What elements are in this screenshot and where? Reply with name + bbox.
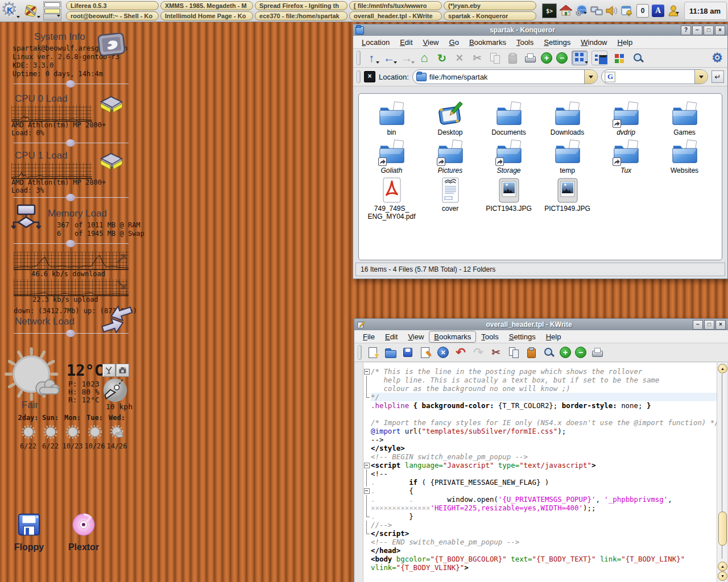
- pager-desktop-1[interactable]: [44, 2, 60, 7]
- code-line[interactable]: . }: [363, 512, 717, 521]
- code-line[interactable]: <!--: [363, 469, 717, 478]
- globe-gear-tray-icon[interactable]: [575, 5, 588, 17]
- kwrite-titlebar[interactable]: overall_header.tpl - KWrite − □ ×: [354, 319, 728, 330]
- taskbar-button[interactable]: Intellimold Home Page - Ko: [160, 11, 253, 20]
- code-line[interactable]: //-->: [363, 521, 717, 529]
- code-line[interactable]: @import url("templates/subSilver/formIE.…: [363, 427, 717, 435]
- menu-bookmarks[interactable]: Bookmarks: [464, 36, 511, 48]
- code-line[interactable]: </style>: [363, 444, 717, 452]
- home-button[interactable]: [417, 51, 431, 65]
- tiles-view-button[interactable]: [611, 51, 627, 65]
- copy-button[interactable]: [488, 51, 502, 65]
- calendar-alarm-tray-icon[interactable]: [621, 5, 634, 17]
- file-item[interactable]: 749_749S_ ENG_MY04.pdf: [362, 174, 421, 221]
- close-window-button[interactable]: ×: [715, 26, 725, 35]
- scroll-up-icon[interactable]: ▲: [718, 562, 727, 571]
- keyboard-layout-tray-icon[interactable]: A: [652, 5, 664, 17]
- go-button[interactable]: ↵: [712, 70, 724, 83]
- code-line[interactable]: [363, 410, 717, 418]
- minimize-window-button[interactable]: −: [693, 320, 703, 330]
- back-button[interactable]: [382, 51, 396, 65]
- menu-go[interactable]: Go: [444, 36, 464, 48]
- reload-button[interactable]: [435, 51, 449, 65]
- toolbar-handle[interactable]: [357, 70, 361, 83]
- file-item[interactable]: Websites: [655, 136, 714, 174]
- pager-desktop-2[interactable]: [44, 9, 60, 14]
- code-line[interactable]: vlink="{T_BODY_VLINK}">: [363, 563, 717, 572]
- code-line[interactable]: /* Import the fancy styles for IE only (…: [363, 418, 717, 427]
- menu-view[interactable]: View: [418, 36, 444, 48]
- konqueror-gear-icon[interactable]: [710, 51, 724, 65]
- taskbar-button[interactable]: Spread Firefox - Igniting th: [255, 1, 348, 10]
- location-input[interactable]: file:/home/spartak: [427, 73, 585, 81]
- find-button[interactable]: [542, 346, 556, 359]
- toolbar-handle[interactable]: [358, 345, 362, 360]
- code-line[interactable]: ××××××××××××××'HEIGHT=225,resizable=yes,…: [363, 504, 717, 512]
- close-document-button[interactable]: [436, 346, 450, 359]
- tools-menu-button[interactable]: [20, 1, 41, 21]
- undo-button[interactable]: [454, 346, 468, 359]
- code-line[interactable]: </script>: [363, 529, 717, 538]
- menu-tools[interactable]: Tools: [476, 331, 503, 343]
- location-dropdown-button[interactable]: [584, 70, 597, 84]
- close-window-button[interactable]: ×: [715, 320, 726, 330]
- menu-tools[interactable]: Tools: [511, 36, 539, 48]
- desktop-icon-plextor[interactable]: Plextor: [59, 512, 108, 552]
- pager-menu-button[interactable]: [44, 14, 61, 20]
- menu-edit[interactable]: Edit: [380, 331, 403, 343]
- code-line[interactable]: <body bgcolor="{T_BODY_BGCOLOR}" text="{…: [363, 555, 717, 563]
- maximize-window-button[interactable]: □: [704, 320, 714, 330]
- volume-tray-icon[interactable]: [606, 5, 618, 17]
- menu-bookmarks[interactable]: Bookmarks: [429, 331, 476, 343]
- scroll-up-icon[interactable]: ▲: [718, 364, 727, 373]
- home-tray-icon[interactable]: [560, 5, 572, 17]
- toolbar-handle[interactable]: [357, 51, 361, 65]
- print-button[interactable]: [523, 51, 537, 65]
- forward-button[interactable]: [400, 51, 413, 65]
- taskbar-button[interactable]: ece370 - file:/home/spartak: [255, 11, 348, 20]
- code-line[interactable]: -->: [363, 435, 717, 444]
- taskbar-button[interactable]: overall_header.tpl - KWrite: [349, 11, 442, 20]
- taskbar-button[interactable]: root@beowulf:~ - Shell - Ko: [66, 11, 159, 20]
- fold-marker-icon[interactable]: [363, 461, 371, 469]
- network-monitor-tray-icon[interactable]: [590, 5, 603, 17]
- menu-help[interactable]: Help: [613, 36, 638, 48]
- scroll-down-icon[interactable]: ▼: [718, 571, 727, 581]
- paste-button[interactable]: [506, 51, 519, 65]
- icon-view-button[interactable]: [572, 51, 588, 65]
- file-item[interactable]: bin: [362, 98, 421, 136]
- code-line[interactable]: help line. This is actually a text box, …: [363, 376, 717, 384]
- menu-window[interactable]: Window: [576, 36, 612, 48]
- file-item[interactable]: Pictures: [421, 136, 479, 174]
- help-window-button[interactable]: ?: [681, 26, 691, 35]
- menu-settings[interactable]: Settings: [504, 331, 541, 343]
- file-item[interactable]: Goliath: [362, 136, 421, 174]
- taskbar-button[interactable]: [ file:/mnt/nfs/tux/wwwro: [349, 1, 442, 10]
- file-item[interactable]: Storage: [479, 136, 538, 174]
- up-button[interactable]: [365, 51, 378, 65]
- stop-button[interactable]: [453, 51, 466, 65]
- new-document-button[interactable]: [366, 346, 379, 359]
- code-line[interactable]: <script language="Javascript" type="text…: [363, 461, 717, 469]
- copy-button[interactable]: [507, 346, 520, 359]
- menu-settings[interactable]: Settings: [539, 36, 576, 48]
- redo-button[interactable]: [471, 346, 485, 359]
- file-item[interactable]: Tux: [597, 136, 655, 174]
- file-item[interactable]: Downloads: [538, 98, 597, 136]
- zoom-out-button[interactable]: −: [556, 52, 568, 64]
- print-button[interactable]: [590, 346, 604, 359]
- code-area[interactable]: /* This is the line in the posting page …: [363, 367, 717, 572]
- taskbar-button[interactable]: XMMS - 1985. Megadeth - M: [160, 1, 253, 10]
- code-line[interactable]: .helpline { background-color: {T_TR_COLO…: [363, 401, 717, 410]
- code-line[interactable]: </head>: [363, 546, 717, 555]
- zoom-in-button[interactable]: +: [560, 347, 571, 358]
- maximize-window-button[interactable]: □: [704, 26, 714, 35]
- menu-location[interactable]: Location: [357, 36, 395, 48]
- taskbar-button[interactable]: Liferea 0.5.3: [66, 1, 159, 10]
- clear-location-button[interactable]: ×: [364, 71, 375, 82]
- konqueror-titlebar[interactable]: spartak - Konqueror ? − □ ×: [353, 24, 727, 36]
- menu-view[interactable]: View: [403, 331, 429, 343]
- save-as-button[interactable]: [419, 346, 432, 359]
- save-button[interactable]: [401, 346, 415, 359]
- code-line[interactable]: . . window.open('{U_PRIVATEMSGS_POPUP}',…: [363, 495, 717, 504]
